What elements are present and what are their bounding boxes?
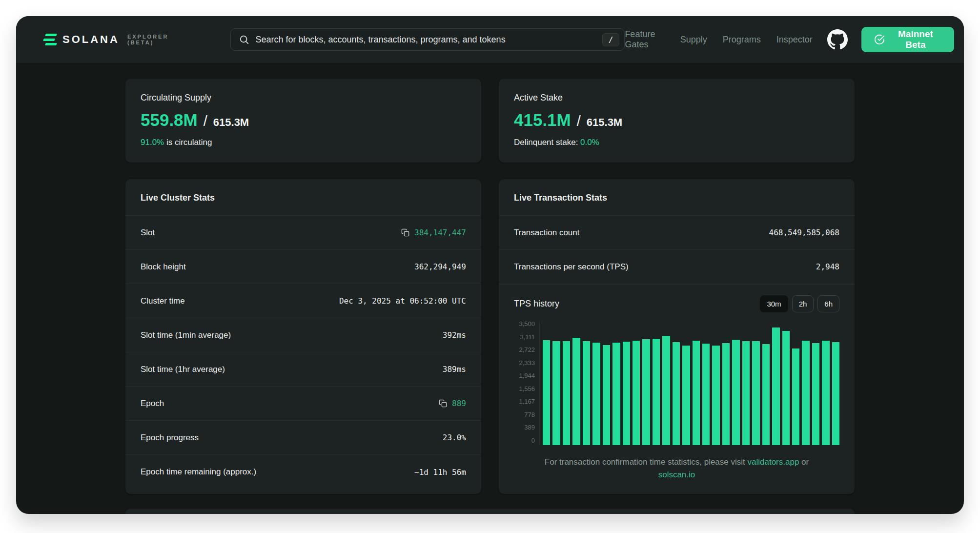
tps-bar: [772, 328, 779, 445]
active-stake-title: Active Stake: [514, 93, 839, 103]
row-label: Slot time (1hr average): [141, 365, 225, 374]
tps-bar: [592, 343, 600, 445]
tps-value: 2,948: [816, 262, 839, 271]
tps-footer-note: For transaction confirmation time statis…: [533, 456, 820, 482]
row-label: Block height: [141, 262, 186, 272]
row-label: Epoch: [141, 399, 164, 409]
validators-app-link[interactable]: validators.app: [748, 457, 799, 467]
tps-bar: [693, 341, 700, 445]
delinquent-stake-value: 0.0%: [580, 138, 599, 147]
tps-bar: [762, 344, 770, 445]
app-window: SOLANA EXPLORER (BETA) / Feature Gates S…: [16, 16, 964, 514]
tps-bar: [603, 345, 610, 445]
row-label: Epoch progress: [141, 433, 199, 443]
active-stake-card: Active Stake 415.1M / 615.3M Delinquent …: [499, 79, 855, 163]
tps-bar: [682, 346, 690, 445]
solana-logo[interactable]: SOLANA EXPLORER (BETA): [43, 33, 185, 46]
slot-value[interactable]: 384,147,447: [414, 228, 466, 237]
table-row-cluster-time: Cluster time Dec 3, 2025 at 06:52:00 UTC: [125, 284, 481, 318]
transaction-count-value: 468,549,585,068: [769, 228, 840, 237]
tps-bar: [623, 342, 630, 445]
search-input[interactable]: [255, 35, 596, 45]
y-tick-label: 3,500: [519, 321, 535, 327]
total-supply-value: 615.3M: [213, 116, 249, 129]
github-link[interactable]: [827, 29, 848, 50]
live-transaction-stats-card: Live Transaction Stats Transaction count…: [499, 179, 855, 494]
y-tick-label: 389: [524, 424, 535, 430]
row-label: Cluster time: [141, 296, 185, 306]
tps-bar: [752, 341, 759, 445]
row-label: Epoch time remaining (approx.): [141, 467, 256, 477]
tps-bar: [832, 342, 839, 445]
tps-history-title: TPS history: [514, 299, 559, 309]
block-height-value: 362,294,949: [414, 262, 466, 271]
main-content: Circulating Supply 559.8M / 615.3M 91.0%…: [16, 63, 964, 514]
copy-icon[interactable]: [401, 228, 409, 237]
stake-slash: /: [577, 113, 581, 129]
row-label: Slot: [141, 228, 155, 238]
y-tick-label: 2,333: [519, 360, 535, 366]
nav-link-feature-gates[interactable]: Feature Gates: [625, 29, 664, 50]
epoch-value[interactable]: 889: [452, 399, 466, 408]
y-tick-label: 1,944: [519, 372, 535, 379]
active-stake-value: 415.1M: [514, 110, 571, 130]
live-transaction-stats-header: Live Transaction Stats: [499, 179, 855, 216]
copy-icon[interactable]: [439, 399, 447, 408]
solscan-link[interactable]: solscan.io: [658, 470, 695, 479]
logo-text: SOLANA: [62, 33, 120, 46]
y-tick-label: 1,167: [519, 398, 535, 405]
tps-bar: [702, 344, 710, 445]
range-button-2h[interactable]: 2h: [792, 295, 814, 312]
epoch-time-remaining-value: ~1d 11h 56m: [414, 468, 466, 477]
delinquent-stake-label: Delinquent stake:: [514, 138, 580, 147]
tps-bar: [792, 348, 799, 445]
tps-bar: [583, 341, 590, 445]
table-row-epoch-progress: Epoch progress 23.0%: [125, 421, 481, 455]
tps-bar: [673, 342, 680, 445]
circulating-percent: 91.0%: [141, 138, 164, 147]
cluster-selector-button[interactable]: Mainnet Beta: [861, 27, 954, 52]
tps-bar: [543, 340, 550, 445]
epoch-progress-value: 23.0%: [443, 433, 466, 442]
tps-chart-yticks: 3,5003,1112,7222,3331,9441,5561,16777838…: [514, 322, 539, 445]
tps-bar: [662, 336, 670, 445]
y-tick-label: 0: [531, 437, 535, 444]
range-button-6h[interactable]: 6h: [817, 295, 839, 312]
table-row-tps: Transactions per second (TPS) 2,948: [499, 250, 855, 284]
nav-link-supply[interactable]: Supply: [680, 35, 707, 45]
search-bar[interactable]: /: [230, 28, 625, 51]
navbar: SOLANA EXPLORER (BETA) / Feature Gates S…: [16, 16, 964, 63]
tps-bar: [802, 341, 809, 445]
cluster-time-value: Dec 3, 2025 at 06:52:00 UTC: [339, 296, 466, 306]
table-row-epoch: Epoch 889: [125, 387, 481, 421]
tps-bar: [642, 339, 650, 445]
circulating-supply-note: 91.0% is circulating: [141, 138, 466, 147]
tps-bar: [742, 341, 750, 445]
tps-bar: [563, 341, 570, 445]
tps-bar: [812, 343, 819, 445]
row-label: Transaction count: [514, 228, 580, 238]
circulating-supply-title: Circulating Supply: [141, 93, 466, 103]
y-tick-label: 3,111: [520, 334, 535, 340]
tps-bar: [732, 340, 739, 445]
tps-bar: [572, 338, 580, 445]
live-transaction-stats-title: Live Transaction Stats: [514, 193, 839, 203]
range-button-30m[interactable]: 30m: [760, 295, 788, 312]
nav-link-programs[interactable]: Programs: [723, 35, 761, 45]
cluster-button-label: Mainnet Beta: [890, 29, 941, 50]
table-row-epoch-time-remaining: Epoch time remaining (approx.) ~1d 11h 5…: [125, 455, 481, 489]
total-stake-value: 615.3M: [587, 116, 622, 129]
y-tick-label: 2,722: [519, 347, 535, 353]
circulating-note-text: is circulating: [164, 138, 212, 147]
row-label: Transactions per second (TPS): [514, 262, 629, 272]
y-tick-label: 1,556: [519, 386, 535, 392]
supply-slash: /: [204, 113, 207, 129]
table-row-slot-time-1hr: Slot time (1hr average) 389ms: [125, 352, 481, 387]
table-row-slot-time-1min: Slot time (1min average) 392ms: [125, 318, 481, 352]
search-icon: [239, 34, 249, 45]
tps-history-section: TPS history 30m 2h 6h 3,5003,1112,7222,3…: [499, 284, 855, 482]
logo-subtitle: EXPLORER (BETA): [127, 34, 185, 45]
nav-link-inspector[interactable]: Inspector: [776, 35, 813, 45]
live-cluster-stats-card: Live Cluster Stats Slot 384,147,447 Bloc…: [125, 179, 481, 494]
tps-bar: [612, 343, 620, 445]
